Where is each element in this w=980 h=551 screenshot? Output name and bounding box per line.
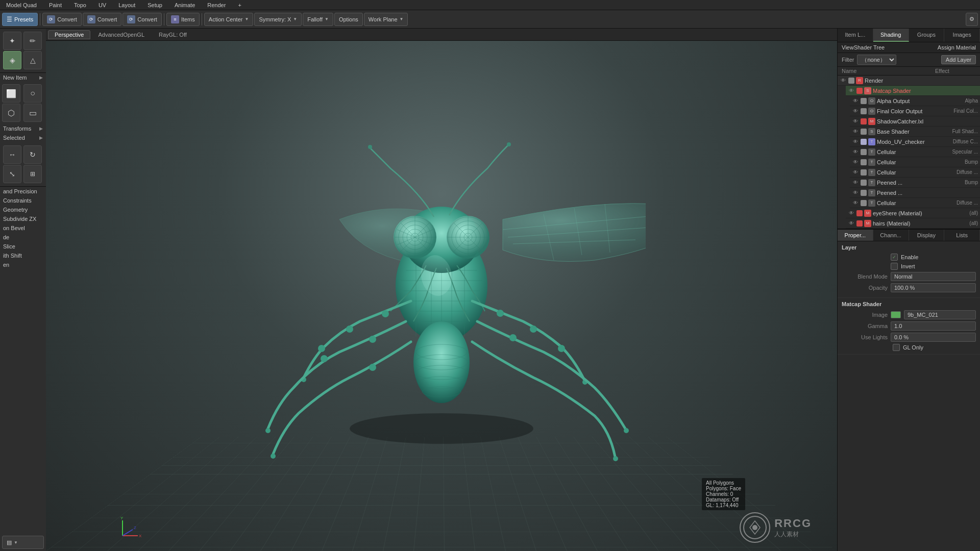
assign-material-btn[interactable]: Assign Material — [938, 44, 976, 51]
image-color-swatch[interactable] — [891, 311, 901, 318]
shader-item-base-shader[interactable]: 👁 S Base Shader Full Shad... — [850, 127, 980, 137]
menu-plus[interactable]: + — [236, 2, 243, 8]
mesh-tool-btn[interactable]: ◈ — [3, 51, 21, 69]
action-center-dropdown[interactable]: Action Center ▼ — [204, 13, 254, 26]
cellular4-vis-icon[interactable]: 👁 — [852, 199, 859, 207]
sidebar-item-geometry[interactable]: Geometry — [0, 205, 46, 214]
prop-tab-channels[interactable]: Chann... — [873, 230, 909, 241]
paint-tool-btn[interactable]: ✏ — [23, 32, 42, 50]
viewport-settings-button[interactable]: ⚙ — [966, 13, 978, 26]
peened2-vis-icon[interactable]: 👁 — [852, 189, 859, 196]
filter-dropdown[interactable]: （none） — [857, 55, 896, 65]
cellular3-vis-icon[interactable]: 👁 — [852, 169, 859, 176]
enable-checkbox[interactable]: ✓ — [891, 254, 898, 261]
select-tool-btn[interactable]: ✦ — [3, 32, 21, 50]
render-vis-icon[interactable]: 👁 — [840, 77, 847, 84]
menu-render[interactable]: Render — [205, 2, 228, 8]
tab-item-list[interactable]: Item L... — [838, 29, 873, 42]
shadowcatcher-vis-icon[interactable]: 👁 — [852, 118, 859, 125]
shader-item-matcap[interactable]: 👁 S Matcap Shader — [846, 86, 980, 96]
shader-item-final-color[interactable]: 👁 O Final Color Output Final Col... — [850, 106, 980, 116]
shader-item-peened-2[interactable]: 👁 T Peened ... — [850, 188, 980, 198]
convert-button-3[interactable]: ⟳ Convert — [122, 13, 162, 26]
menu-topo[interactable]: Topo — [72, 2, 88, 8]
shader-item-hairs[interactable]: 👁 M hairs (Material) (all) — [846, 218, 980, 229]
hairs-vis-icon[interactable]: 👁 — [848, 220, 855, 227]
sidebar-item-selected[interactable]: Selected ▶ — [0, 133, 46, 142]
shader-item-cellular-1[interactable]: 👁 T Cellular Specular ... — [850, 147, 980, 157]
use-lights-value[interactable]: 0.0 % — [891, 333, 976, 342]
image-value[interactable]: 9b_MC_021 — [904, 310, 976, 319]
transform-btn[interactable]: ⊞ — [23, 165, 42, 183]
tool-mode-dropdown[interactable]: ▤ ▼ — [2, 536, 44, 549]
cyl-btn[interactable]: ⬡ — [2, 104, 20, 122]
menu-setup[interactable]: Setup — [145, 2, 164, 8]
sidebar-item-subdivide[interactable]: Subdivide ZX — [0, 214, 46, 223]
menu-layout[interactable]: Layout — [116, 2, 137, 8]
add-layer-button[interactable]: Add Layer — [941, 55, 976, 64]
prop-tab-properties[interactable]: Proper... — [838, 230, 873, 241]
shader-item-shadowcatcher[interactable]: 👁 M ShadowCatcher.lxl — [850, 116, 980, 127]
shader-item-eyeshere[interactable]: 👁 M eyeShere (Material) (all) — [846, 208, 980, 218]
menu-model-quad[interactable]: Model Quad — [4, 2, 39, 8]
invert-checkbox[interactable] — [891, 263, 898, 270]
sidebar-item-constraints[interactable]: Constraints — [0, 196, 46, 205]
sidebar-item-transforms[interactable]: Transforms ▶ — [0, 124, 46, 133]
sphere-btn[interactable]: ○ — [23, 84, 42, 103]
presets-button[interactable]: ☰ Presets — [2, 13, 38, 26]
cube-btn[interactable]: ⬜ — [2, 84, 20, 103]
sidebar-item-precision[interactable]: and Precision — [0, 187, 46, 196]
menu-paint[interactable]: Paint — [47, 2, 64, 8]
shader-item-uv-checker[interactable]: 👁 T Modo_UV_checker Diffuse C... — [850, 137, 980, 147]
opacity-value[interactable]: 100.0 % — [891, 283, 976, 292]
symmetry-dropdown[interactable]: Symmetry: X ▼ — [254, 13, 302, 26]
scale-btn[interactable]: ⤡ — [3, 165, 21, 183]
gl-only-checkbox[interactable] — [893, 344, 900, 351]
sidebar-item-shift[interactable]: ith Shift — [0, 251, 46, 260]
prop-tab-lists[interactable]: Lists — [944, 230, 980, 241]
blend-mode-value[interactable]: Normal — [891, 272, 976, 281]
shader-item-alpha[interactable]: 👁 O Alpha Output Alpha — [850, 96, 980, 106]
tab-images[interactable]: Images — [944, 29, 980, 42]
alpha-vis-icon[interactable]: 👁 — [852, 97, 859, 105]
final-color-vis-icon[interactable]: 👁 — [852, 108, 859, 115]
prop-tab-display[interactable]: Display — [909, 230, 945, 241]
tab-raygl[interactable]: RayGL: Off — [152, 30, 193, 39]
work-plane-dropdown[interactable]: Work Plane ▼ — [364, 13, 408, 26]
tab-shading[interactable]: Shading — [873, 29, 909, 42]
sidebar-item-de[interactable]: de — [0, 233, 46, 242]
shader-item-render[interactable]: 👁 R Render — [838, 76, 980, 86]
viewport-canvas[interactable]: X Y Z All Polygons Polygons: Face Channe… — [46, 41, 837, 551]
gamma-value[interactable]: 1.0 — [891, 321, 976, 331]
convert-button-2[interactable]: ⟳ Convert — [83, 13, 122, 26]
sidebar-item-slice[interactable]: Slice — [0, 242, 46, 251]
falloff-dropdown[interactable]: Falloff ▼ — [303, 13, 333, 26]
work-plane-arrow-icon: ▼ — [400, 17, 404, 21]
rotate-btn[interactable]: ↻ — [23, 145, 42, 164]
convert-button-1[interactable]: ⟳ Convert — [42, 13, 82, 26]
peened1-vis-icon[interactable]: 👁 — [852, 179, 859, 186]
sculpt-tool-btn[interactable]: △ — [23, 51, 42, 69]
items-button[interactable]: ≡ Items — [166, 13, 200, 26]
shader-item-cellular-2[interactable]: 👁 T Cellular Bump — [850, 157, 980, 167]
sidebar-item-new-item[interactable]: New Item ▶ — [0, 73, 46, 82]
base-shader-vis-icon[interactable]: 👁 — [852, 128, 859, 135]
sidebar-item-en[interactable]: en — [0, 260, 46, 269]
tab-perspective[interactable]: Perspective — [48, 30, 90, 39]
menu-uv[interactable]: UV — [96, 2, 108, 8]
shader-item-peened-1[interactable]: 👁 T Peened ... Bump — [850, 178, 980, 188]
shader-item-cellular-4[interactable]: 👁 T Cellular Diffuse ... — [850, 198, 980, 208]
matcap-vis-icon[interactable]: 👁 — [848, 87, 855, 94]
tab-groups[interactable]: Groups — [909, 29, 945, 42]
cellular2-vis-icon[interactable]: 👁 — [852, 159, 859, 166]
options-button[interactable]: Options — [334, 13, 363, 26]
shader-item-cellular-3[interactable]: 👁 T Cellular Diffuse ... — [850, 167, 980, 178]
move-btn[interactable]: ↔ — [3, 145, 21, 164]
tab-advanced-opengl[interactable]: AdvancedOpenGL — [91, 30, 151, 39]
uv-checker-vis-icon[interactable]: 👁 — [852, 138, 859, 145]
menu-animate[interactable]: Animate — [173, 2, 197, 8]
cellular1-vis-icon[interactable]: 👁 — [852, 148, 859, 156]
eyeshere-vis-icon[interactable]: 👁 — [848, 210, 855, 217]
sidebar-item-bevel[interactable]: on Bevel — [0, 223, 46, 233]
plane-btn[interactable]: ▭ — [23, 104, 42, 122]
